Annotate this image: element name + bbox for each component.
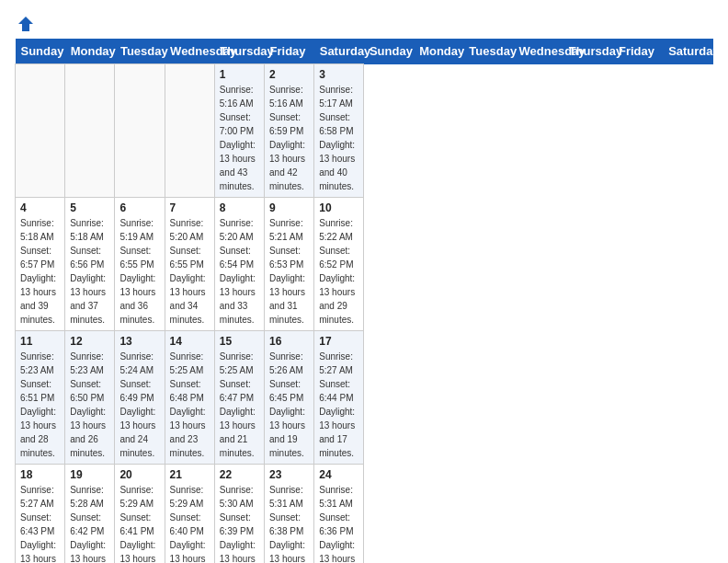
day-number: 8 — [220, 201, 259, 214]
calendar-cell: 20Sunrise: 5:29 AM Sunset: 6:41 PM Dayli… — [115, 465, 165, 564]
day-number: 7 — [170, 201, 210, 214]
calendar-cell: 7Sunrise: 5:20 AM Sunset: 6:55 PM Daylig… — [165, 198, 214, 331]
calendar-cell: 3Sunrise: 5:17 AM Sunset: 6:58 PM Daylig… — [314, 64, 364, 198]
calendar-week-1: 1Sunrise: 5:16 AM Sunset: 7:00 PM Daylig… — [16, 64, 713, 198]
day-info: Sunrise: 5:19 AM Sunset: 6:55 PM Dayligh… — [119, 216, 159, 327]
day-info: Sunrise: 5:21 AM Sunset: 6:53 PM Dayligh… — [269, 216, 309, 327]
day-number: 13 — [119, 335, 159, 348]
header-day-thursday: Thursday — [563, 39, 613, 64]
calendar-cell — [65, 64, 115, 198]
calendar-header-tuesday: Tuesday — [115, 39, 165, 64]
day-number: 12 — [70, 335, 109, 348]
calendar-cell — [115, 64, 165, 198]
calendar-cell: 21Sunrise: 5:29 AM Sunset: 6:40 PM Dayli… — [165, 465, 214, 564]
day-info: Sunrise: 5:27 AM Sunset: 6:44 PM Dayligh… — [319, 350, 358, 460]
calendar-cell: 8Sunrise: 5:20 AM Sunset: 6:54 PM Daylig… — [214, 198, 264, 331]
svg-marker-0 — [18, 17, 33, 31]
day-info: Sunrise: 5:26 AM Sunset: 6:45 PM Dayligh… — [269, 350, 309, 460]
day-info: Sunrise: 5:17 AM Sunset: 6:58 PM Dayligh… — [319, 83, 358, 193]
calendar-header-friday: Friday — [265, 39, 314, 64]
day-number: 22 — [220, 468, 259, 481]
calendar-cell: 18Sunrise: 5:27 AM Sunset: 6:43 PM Dayli… — [16, 465, 65, 564]
day-info: Sunrise: 5:18 AM Sunset: 6:56 PM Dayligh… — [70, 216, 109, 327]
day-number: 5 — [70, 201, 109, 214]
calendar-header-saturday: Saturday — [314, 39, 364, 64]
day-info: Sunrise: 5:20 AM Sunset: 6:55 PM Dayligh… — [170, 216, 210, 327]
calendar-cell: 12Sunrise: 5:23 AM Sunset: 6:50 PM Dayli… — [65, 331, 115, 465]
day-number: 1 — [220, 68, 259, 81]
calendar-cell: 17Sunrise: 5:27 AM Sunset: 6:44 PM Dayli… — [314, 331, 364, 465]
day-number: 15 — [220, 335, 259, 348]
logo — [15, 15, 35, 29]
calendar-cell — [16, 64, 65, 198]
day-info: Sunrise: 5:16 AM Sunset: 6:59 PM Dayligh… — [269, 83, 309, 193]
day-info: Sunrise: 5:22 AM Sunset: 6:52 PM Dayligh… — [319, 216, 358, 327]
calendar-cell: 14Sunrise: 5:25 AM Sunset: 6:48 PM Dayli… — [165, 331, 214, 465]
day-number: 19 — [70, 468, 109, 481]
day-number: 24 — [319, 468, 358, 481]
day-info: Sunrise: 5:20 AM Sunset: 6:54 PM Dayligh… — [220, 216, 259, 327]
calendar-cell — [165, 64, 214, 198]
calendar-week-4: 18Sunrise: 5:27 AM Sunset: 6:43 PM Dayli… — [16, 465, 713, 564]
calendar-cell: 19Sunrise: 5:28 AM Sunset: 6:42 PM Dayli… — [65, 465, 115, 564]
calendar-cell: 9Sunrise: 5:21 AM Sunset: 6:53 PM Daylig… — [265, 198, 314, 331]
day-info: Sunrise: 5:30 AM Sunset: 6:39 PM Dayligh… — [220, 483, 259, 563]
day-number: 20 — [119, 468, 159, 481]
day-info: Sunrise: 5:18 AM Sunset: 6:57 PM Dayligh… — [20, 216, 60, 327]
calendar-week-2: 4Sunrise: 5:18 AM Sunset: 6:57 PM Daylig… — [16, 198, 713, 331]
day-info: Sunrise: 5:24 AM Sunset: 6:49 PM Dayligh… — [119, 350, 159, 460]
calendar-cell: 15Sunrise: 5:25 AM Sunset: 6:47 PM Dayli… — [214, 331, 264, 465]
calendar-header-wednesday: Wednesday — [165, 39, 214, 64]
calendar-header-sunday: Sunday — [16, 39, 65, 64]
calendar-header-thursday: Thursday — [214, 39, 264, 64]
day-number: 10 — [319, 201, 358, 214]
day-number: 17 — [319, 335, 358, 348]
calendar-cell: 24Sunrise: 5:31 AM Sunset: 6:36 PM Dayli… — [314, 465, 364, 564]
day-number: 21 — [170, 468, 210, 481]
calendar-header-monday: Monday — [65, 39, 115, 64]
day-number: 3 — [319, 68, 358, 81]
day-info: Sunrise: 5:31 AM Sunset: 6:38 PM Dayligh… — [269, 483, 309, 563]
header-day-friday: Friday — [613, 39, 663, 64]
day-info: Sunrise: 5:27 AM Sunset: 6:43 PM Dayligh… — [20, 483, 60, 563]
calendar-cell: 10Sunrise: 5:22 AM Sunset: 6:52 PM Dayli… — [314, 198, 364, 331]
header-day-saturday: Saturday — [663, 39, 712, 64]
calendar-cell: 6Sunrise: 5:19 AM Sunset: 6:55 PM Daylig… — [115, 198, 165, 331]
calendar-cell: 22Sunrise: 5:30 AM Sunset: 6:39 PM Dayli… — [214, 465, 264, 564]
calendar-cell: 4Sunrise: 5:18 AM Sunset: 6:57 PM Daylig… — [16, 198, 65, 331]
calendar-header-row: SundayMondayTuesdayWednesdayThursdayFrid… — [16, 39, 713, 64]
day-number: 23 — [269, 468, 309, 481]
day-info: Sunrise: 5:31 AM Sunset: 6:36 PM Dayligh… — [319, 483, 358, 563]
day-number: 4 — [20, 201, 60, 214]
header-day-monday: Monday — [414, 39, 463, 64]
day-number: 11 — [20, 335, 60, 348]
header-day-sunday: Sunday — [364, 39, 414, 64]
day-info: Sunrise: 5:29 AM Sunset: 6:40 PM Dayligh… — [170, 483, 210, 563]
day-info: Sunrise: 5:25 AM Sunset: 6:48 PM Dayligh… — [170, 350, 210, 460]
day-number: 18 — [20, 468, 60, 481]
day-number: 16 — [269, 335, 309, 348]
header — [15, 15, 713, 29]
calendar-cell: 5Sunrise: 5:18 AM Sunset: 6:56 PM Daylig… — [65, 198, 115, 331]
day-info: Sunrise: 5:23 AM Sunset: 6:51 PM Dayligh… — [20, 350, 60, 460]
day-info: Sunrise: 5:25 AM Sunset: 6:47 PM Dayligh… — [220, 350, 259, 460]
header-day-tuesday: Tuesday — [463, 39, 513, 64]
day-number: 2 — [269, 68, 309, 81]
calendar-cell: 13Sunrise: 5:24 AM Sunset: 6:49 PM Dayli… — [115, 331, 165, 465]
day-info: Sunrise: 5:28 AM Sunset: 6:42 PM Dayligh… — [70, 483, 109, 563]
calendar-cell: 11Sunrise: 5:23 AM Sunset: 6:51 PM Dayli… — [16, 331, 65, 465]
calendar-week-3: 11Sunrise: 5:23 AM Sunset: 6:51 PM Dayli… — [16, 331, 713, 465]
header-day-wednesday: Wednesday — [514, 39, 563, 64]
calendar-cell: 1Sunrise: 5:16 AM Sunset: 7:00 PM Daylig… — [214, 64, 264, 198]
calendar-cell: 16Sunrise: 5:26 AM Sunset: 6:45 PM Dayli… — [265, 331, 314, 465]
day-info: Sunrise: 5:29 AM Sunset: 6:41 PM Dayligh… — [119, 483, 159, 563]
logo-icon — [17, 15, 35, 33]
calendar-cell: 2Sunrise: 5:16 AM Sunset: 6:59 PM Daylig… — [265, 64, 314, 198]
day-info: Sunrise: 5:16 AM Sunset: 7:00 PM Dayligh… — [220, 83, 259, 193]
day-info: Sunrise: 5:23 AM Sunset: 6:50 PM Dayligh… — [70, 350, 109, 460]
day-number: 6 — [119, 201, 159, 214]
calendar-cell: 23Sunrise: 5:31 AM Sunset: 6:38 PM Dayli… — [265, 465, 314, 564]
day-number: 9 — [269, 201, 309, 214]
calendar-table: SundayMondayTuesdayWednesdayThursdayFrid… — [15, 39, 713, 563]
day-number: 14 — [170, 335, 210, 348]
